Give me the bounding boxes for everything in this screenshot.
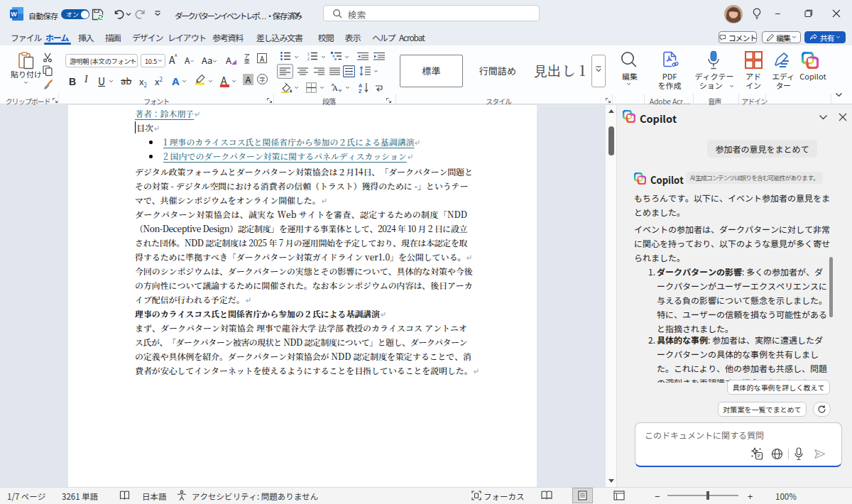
svg-text:1: 1: [307, 52, 310, 56]
svg-text:A: A: [359, 83, 362, 88]
svg-text:A: A: [332, 84, 338, 92]
svg-text:2: 2: [307, 57, 310, 60]
svg-text:Z: Z: [359, 89, 362, 94]
svg-text:W: W: [11, 11, 17, 18]
